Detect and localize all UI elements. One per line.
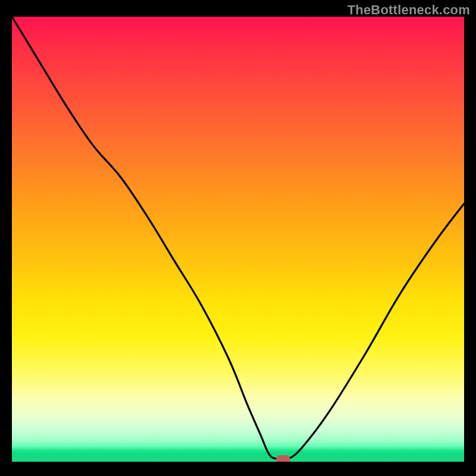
chart-frame: TheBottleneck.com <box>0 0 476 476</box>
bottleneck-curve <box>12 17 464 462</box>
watermark-label: TheBottleneck.com <box>347 2 470 18</box>
optimal-marker <box>276 455 290 462</box>
plot-area <box>12 17 464 462</box>
